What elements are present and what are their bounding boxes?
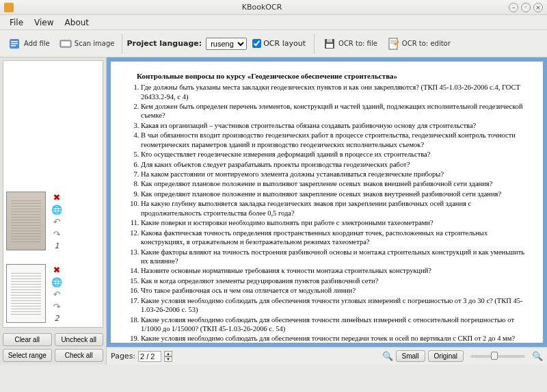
document-list-item: Какие поверки и юстировки необходимо вып…	[141, 218, 531, 227]
add-file-label: Add file	[24, 40, 50, 47]
ocr-to-editor-label: OCR to: editor	[402, 40, 451, 47]
save-icon	[322, 36, 337, 51]
document-list-item: Что такое разбивочная ось и чем она отли…	[141, 286, 531, 295]
window-title: KBookOCR	[18, 3, 506, 12]
pages-label: Pages:	[111, 352, 135, 361]
scan-icon	[58, 36, 73, 51]
close-button[interactable]: ×	[533, 3, 543, 12]
svg-rect-5	[62, 42, 70, 46]
thumb-globe-icon[interactable]: 🌐	[51, 205, 62, 215]
document-list-item: Кем должен быть определен перечень элеме…	[141, 102, 531, 120]
document-list-item: На каком расстоянии от монтируемого элем…	[141, 170, 531, 179]
ocr-layout-checkbox[interactable]	[252, 39, 261, 48]
document-list-item: В чьи обязанности входит производство ге…	[141, 131, 531, 149]
add-file-icon	[8, 36, 23, 51]
document-list-item: Назовите основные нормативные требования…	[141, 266, 531, 275]
clear-all-button[interactable]: Clear all	[3, 333, 52, 346]
zoom-in-icon: 🔍	[532, 351, 543, 361]
thumb-globe-icon[interactable]: 🌐	[51, 277, 62, 288]
uncheck-all-button[interactable]: Uncheck all	[55, 333, 104, 346]
document-list-item: Какие условия необходимо соблюдать для о…	[141, 296, 531, 315]
select-range-button[interactable]: Select range	[3, 349, 52, 362]
maximize-button[interactable]: ◦	[521, 3, 531, 12]
menu-file[interactable]: File	[4, 16, 29, 29]
ocr-to-file-label: OCR to: file	[338, 40, 377, 47]
page-viewer[interactable]: Контрольные вопросы по курсу «Геодезичес…	[107, 57, 547, 347]
add-file-button[interactable]: Add file	[4, 34, 53, 53]
thumb-number: 2	[55, 314, 59, 323]
thumb-rotate-left-icon[interactable]: ↶	[51, 289, 62, 300]
document-page: Контрольные вопросы по курсу «Геодезичес…	[111, 62, 543, 343]
zoom-small-button[interactable]: Small	[396, 350, 425, 362]
svg-rect-8	[326, 44, 333, 48]
document-list-item: Как и когда определяют элементы редуциро…	[141, 276, 531, 285]
zoom-slider[interactable]	[470, 355, 525, 358]
document-list-item: На какую глубину выполняется закладка ге…	[141, 199, 531, 218]
document-list-item: Кто осуществляет геодезические измерения…	[141, 150, 531, 159]
thumb-rotate-left-icon[interactable]: ↶	[51, 217, 62, 228]
ocr-to-file-button[interactable]: OCR to: file	[319, 34, 381, 53]
zoom-original-button[interactable]: Original	[428, 350, 464, 362]
document-list-item: Как определяют плановое положение и выпо…	[141, 190, 531, 198]
thumbnail-1[interactable]: ✖ 🌐 ↶ ↷ 1	[6, 187, 100, 255]
thumb-rotate-right-icon[interactable]: ↷	[51, 229, 62, 240]
document-list-item: Какие условия необходимо соблюдать для о…	[141, 315, 531, 334]
document-list-item: Какая из организаций – участников строит…	[141, 121, 531, 130]
svg-rect-1	[11, 41, 18, 42]
pages-field[interactable]	[138, 351, 161, 362]
ocr-to-editor-button[interactable]: OCR to: editor	[382, 34, 454, 53]
svg-rect-3	[11, 45, 16, 47]
document-list-item: Какие факторы влияют на точность построе…	[141, 248, 531, 266]
document-list-item: Какова фактическая точность определения …	[141, 228, 531, 247]
thumb-number: 1	[55, 241, 59, 250]
thumb-rotate-right-icon[interactable]: ↷	[51, 302, 62, 313]
language-select[interactable]: ruseng	[206, 38, 247, 50]
document-list-item: Как определяют плановое положение и выпо…	[141, 179, 531, 188]
document-list-item: Где должны быть указаны места закладки г…	[141, 83, 531, 101]
scan-image-label: Scan image	[75, 40, 115, 47]
document-list-item: Для каких объектов следует разрабатывать…	[141, 160, 531, 169]
thumb-delete-icon[interactable]: ✖	[51, 192, 62, 203]
document-title: Контрольные вопросы по курсу «Геодезичес…	[137, 71, 531, 81]
page-down-button[interactable]: ▾	[164, 356, 172, 362]
minimize-button[interactable]: –	[509, 3, 518, 12]
check-all-button[interactable]: Check all	[55, 349, 104, 362]
menu-about[interactable]: About	[59, 16, 94, 29]
thumbnail-panel: ✖ 🌐 ↶ ↷ 1 ✖ 🌐 ↶ ↷ 2	[3, 60, 103, 328]
page-up-button[interactable]: ▴	[164, 351, 172, 356]
svg-rect-2	[11, 43, 18, 44]
document-list-item: Какие условия необходимо соблюдать для о…	[141, 334, 531, 343]
thumb-delete-icon[interactable]: ✖	[51, 265, 62, 276]
project-language-label: Project language:	[126, 39, 202, 48]
document-list: Где должны быть указаны места закладки г…	[123, 83, 531, 343]
svg-rect-7	[327, 39, 332, 42]
thumbnail-2[interactable]: ✖ 🌐 ↶ ↷ 2	[6, 259, 100, 328]
ocr-layout-label: OCR layout	[263, 39, 306, 48]
app-icon	[4, 3, 14, 12]
zoom-icon: 🔍	[382, 351, 393, 361]
editor-icon	[386, 36, 401, 51]
scan-image-button[interactable]: Scan image	[55, 34, 118, 53]
menu-view[interactable]: View	[29, 16, 59, 29]
